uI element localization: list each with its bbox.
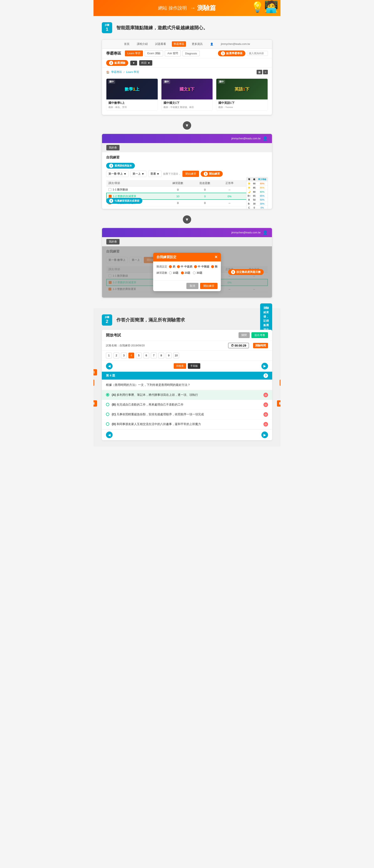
delete-a-btn[interactable]: ⊖ xyxy=(263,393,268,397)
select-label: 選擇答案 xyxy=(93,400,97,407)
quantity-options: 10題 20題 30題 xyxy=(169,271,202,275)
next-arrow-btn[interactable]: ▶ xyxy=(261,363,268,369)
quantity-10[interactable]: 10題 xyxy=(169,271,178,275)
practice-tab-myexam[interactable]: 我的卷 xyxy=(106,145,120,151)
answer-option-d[interactable]: (D) 和同事朋友家人互相交流生活中的八卦趣事，凝和平常的上班魔力 ⊖ xyxy=(102,420,272,429)
delete-b-btn[interactable]: ⊖ xyxy=(263,402,268,407)
q-btn-1[interactable]: 1 xyxy=(106,352,112,359)
dialog-start-btn[interactable]: 開始練習 xyxy=(200,283,218,289)
prev-label-container: 上一題 xyxy=(93,380,94,386)
difficulty-easy[interactable]: 易 xyxy=(169,265,175,269)
header-arrow: → xyxy=(190,5,196,11)
filter-dropdown-subject[interactable]: 科目 ▼ xyxy=(139,60,152,66)
course-english-title: 國中英語1下 xyxy=(219,101,265,105)
down-arrow-2[interactable]: ▼ xyxy=(93,213,281,226)
delete-label: 刪除選項 xyxy=(277,400,281,407)
difficulty-hard[interactable]: 難 xyxy=(211,265,218,269)
dialog-footer: 取消 開始練習 xyxy=(153,281,221,291)
delete-d-btn[interactable]: ⊖ xyxy=(263,422,268,427)
filter-dropdown-1[interactable]: ▼ xyxy=(130,61,137,65)
dialog-cancel-btn[interactable]: 取消 xyxy=(186,283,198,289)
practice-title: 自我練習 xyxy=(106,155,268,160)
sub-nav-brand: 學霸專區 xyxy=(106,51,121,56)
subnav-learn-btn[interactable]: Learn 學習 xyxy=(125,51,143,56)
q-btn-8[interactable]: 8 xyxy=(158,352,164,359)
bottom-next-btn[interactable]: ▶ xyxy=(261,432,268,438)
bottom-prev-btn[interactable]: ◀ xyxy=(106,432,113,438)
nav-course[interactable]: 課程介紹 xyxy=(135,41,149,47)
nav-home[interactable]: 首頁 xyxy=(122,41,131,47)
q-btn-9[interactable]: 9 xyxy=(166,352,172,359)
question-help-btn[interactable]: ? xyxy=(263,373,268,378)
start-practice-btn[interactable]: 開始練習 xyxy=(182,171,199,177)
subnav-diagnosis-btn[interactable]: Diagnosis xyxy=(182,51,200,56)
practice-user-icon: 👤 xyxy=(263,136,268,141)
quantity-20[interactable]: 20題 xyxy=(181,271,190,275)
prev-arrow-btn[interactable]: ◀ xyxy=(106,363,113,369)
difficulty-med-easy[interactable]: 中 中篇易 xyxy=(177,265,193,269)
course-card-chinese[interactable]: 國中 國文1下 國中國文1下 教師：中裕國文 鄭碧德、林芬 xyxy=(161,79,213,111)
practice-mock-2: jimmychen@leadu.com.tw 👤 我的卷 自我練習 第一冊-數學… xyxy=(102,228,272,298)
switch-label-container: 切換題目 xyxy=(93,369,97,375)
q-btn-7[interactable]: 7 xyxy=(151,352,157,359)
annotation-6-container: 6 設定難易度與題目數 xyxy=(228,269,264,275)
breadcrumb-xba[interactable]: 學霸專區 xyxy=(111,70,122,74)
selector-3[interactable]: 普通 ▼ xyxy=(148,171,162,177)
checkbox-row2[interactable] xyxy=(109,195,112,198)
nav-bar: 首頁 課程介紹 試題看看 學霸專區 更多資訊 👤 jimmychen@leadu… xyxy=(102,40,272,49)
col-accuracy: 正答率 xyxy=(219,180,240,186)
col-corrections: 批改題數 xyxy=(191,180,219,186)
nav-xba[interactable]: 學霸專區 xyxy=(172,41,186,47)
table-row: 1-1 數與數線 0 0 -- -- xyxy=(106,186,268,193)
view-toggle[interactable]: ▦ ≡ xyxy=(257,70,268,74)
practice-tab-myexam-2[interactable]: 我的卷 xyxy=(106,239,120,245)
section2: 步驟 2 作答介面簡潔，滿足所有測驗需求 測驗結束後，記得點選送出考卷！ 切換題… xyxy=(93,308,281,446)
delete-label-container: 刪除選項 xyxy=(277,400,281,407)
list-view-btn[interactable]: ≡ xyxy=(263,70,268,74)
nav-exam[interactable]: 試題看看 xyxy=(153,41,168,47)
handwrite-btn[interactable]: 手寫版 xyxy=(188,363,200,369)
q-btn-5[interactable]: 5 xyxy=(136,352,142,359)
step2-badge: 步驟 2 xyxy=(102,314,112,326)
selector-2[interactable]: 第一上 ▼ xyxy=(130,171,146,177)
level-row: 🌟9090% xyxy=(247,182,268,186)
subnav-ask-btn[interactable]: Ask 發問 xyxy=(165,50,181,57)
dialog-close-btn[interactable]: ✕ xyxy=(214,255,218,259)
level-row: B+6565% xyxy=(247,194,268,198)
exam-submit-btn[interactable]: 送出考卷 xyxy=(251,332,268,338)
down-arrow-1[interactable]: ▼ xyxy=(93,119,281,132)
q-btn-4[interactable]: 4 xyxy=(128,352,134,359)
q-btn-10[interactable]: 10 xyxy=(173,352,179,359)
practice-email-2: jimmychen@leadu.com.tw xyxy=(231,231,261,234)
course-card-math[interactable]: 國中 數學1上 國中數學1上 教師：林岳、芳羽 xyxy=(106,79,158,111)
mark-btn[interactable]: 待檢查 xyxy=(174,363,186,369)
level-row: B-3030% xyxy=(247,202,268,206)
difficulty-med-hard[interactable]: 中 中難篇 xyxy=(194,265,209,269)
delete-c-btn[interactable]: ⊖ xyxy=(263,412,268,417)
answer-option-c[interactable]: (C) 凡事依照輕重緩急份類，安排先後處理順序，依照順序一項一項完成 ⊖ xyxy=(102,410,272,420)
exam-close-btn[interactable]: 關閉 xyxy=(238,332,250,338)
answer-option-a[interactable]: (A) 多利用行事曆、筆記本，將代辦事項寫在上頭，逐一項、項執行 ⊖ xyxy=(102,390,272,400)
selector-1[interactable]: 第一冊-學上 ▼ xyxy=(106,171,128,177)
course-chinese-title: 國中國文1下 xyxy=(164,101,211,105)
annotation-4: 4 勾選練習習課次或章節 xyxy=(106,198,142,204)
course-card-english[interactable]: 國中 英語1下 國中英語1下 教師：Yvonne xyxy=(216,79,268,111)
q-btn-2[interactable]: 2 xyxy=(113,352,119,359)
checkbox-row1[interactable] xyxy=(109,188,111,191)
nav-more[interactable]: 更多資訊 xyxy=(190,41,204,47)
exam-info-row: 試卷名稱：自我練習-2019/09/20 ⏱ 00:00:29 測驗時間 xyxy=(102,341,272,350)
subnav-exam-btn[interactable]: Exam 測驗 xyxy=(145,50,163,57)
breadcrumb-current[interactable]: Learn 學習 xyxy=(126,70,139,74)
bottom-nav-row: ◀ ▶ xyxy=(102,429,272,440)
q-btn-3[interactable]: 3 xyxy=(121,352,127,359)
exam-header: 開放考試 關閉 送出考卷 xyxy=(102,330,272,341)
answer-option-b[interactable]: (B) 先完成自己喜歡的工作，再來處理自己不喜歡的工作 ⊖ xyxy=(102,400,272,410)
prev-label: 上一題 xyxy=(93,380,94,386)
quantity-30[interactable]: 30題 xyxy=(193,271,202,275)
radio-c xyxy=(106,413,109,416)
search-input[interactable] xyxy=(247,51,268,56)
practice-header: jimmychen@leadu.com.tw 👤 xyxy=(102,134,272,143)
option-b-label: (B) 先完成自己喜歡的工作，再來處理自己不喜歡的工作 xyxy=(112,402,183,407)
grid-view-btn[interactable]: ▦ xyxy=(257,70,262,74)
q-btn-6[interactable]: 6 xyxy=(143,352,149,359)
